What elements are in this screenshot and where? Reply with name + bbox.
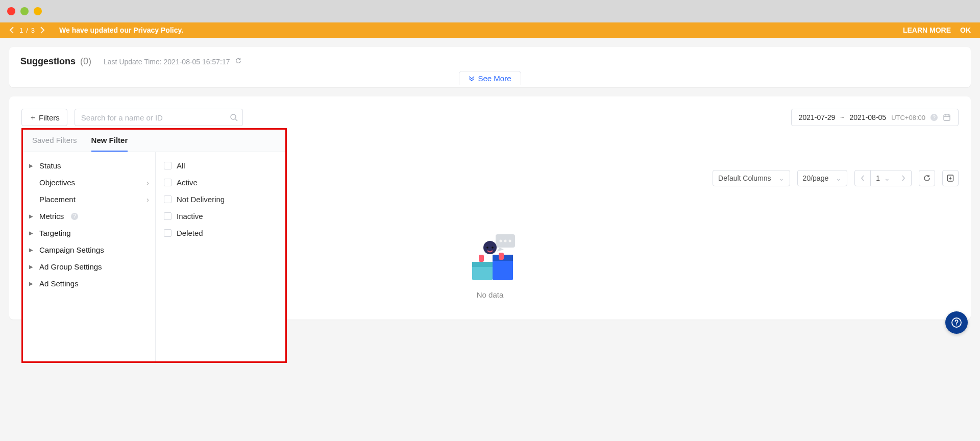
help-fab[interactable]: [945, 311, 968, 334]
chevron-down-icon: ⌄: [836, 174, 842, 182]
checkbox[interactable]: [164, 195, 172, 203]
notice-prev-icon[interactable]: [9, 27, 14, 34]
filters-button[interactable]: ＋ Filters: [21, 109, 67, 126]
caret-right-icon: ▶: [29, 213, 35, 219]
per-page-label: 20/page: [803, 174, 829, 182]
filter-categories: ▶ Status Objectives › Placement › ▶ Metr…: [23, 152, 156, 361]
chevron-down-icon: ⌄: [778, 174, 785, 182]
svg-rect-15: [499, 253, 504, 260]
filter-panel: Saved Filters New Filter ▶ Status Object…: [21, 128, 287, 363]
suggestions-count: (0): [80, 56, 91, 66]
last-update-text: Last Update Time: 2021-08-05 16:57:17: [104, 57, 242, 66]
maximize-window-button[interactable]: [34, 7, 42, 15]
notice-page-sep: /: [26, 27, 28, 34]
columns-select-label: Default Columns: [718, 174, 771, 182]
columns-select[interactable]: Default Columns ⌄: [713, 170, 790, 186]
svg-point-0: [231, 114, 236, 119]
no-data-text: No data: [477, 290, 504, 299]
metrics-help-icon[interactable]: ?: [71, 213, 78, 220]
checkbox[interactable]: [164, 229, 172, 237]
suggestions-card: Suggestions (0) Last Update Time: 2021-0…: [9, 47, 971, 87]
caret-right-icon: ▶: [29, 281, 35, 286]
window-titlebar: [0, 0, 980, 22]
category-targeting[interactable]: ▶ Targeting: [26, 225, 152, 241]
svg-rect-8: [472, 262, 493, 267]
main-card: ＋ Filters 2021-07-29 ~ 2021-08-05 UTC+08…: [9, 96, 971, 320]
pager-next-button[interactable]: [895, 170, 912, 186]
notice-page-indicator: 1 / 3: [19, 27, 35, 34]
option-all[interactable]: All: [163, 157, 278, 174]
chevron-down-icon: ⌄: [884, 174, 890, 182]
notice-page-total: 3: [31, 27, 35, 34]
see-more-button[interactable]: See More: [459, 71, 521, 85]
category-placement[interactable]: Placement ›: [26, 191, 152, 208]
no-data-illustration: [462, 232, 518, 283]
timezone-help-icon[interactable]: ?: [930, 114, 938, 121]
svg-point-13: [492, 247, 494, 249]
close-window-button[interactable]: [7, 7, 15, 15]
search-icon[interactable]: [230, 113, 238, 121]
svg-point-17: [956, 325, 957, 326]
category-campaign-settings[interactable]: ▶ Campaign Settings: [26, 241, 152, 258]
notice-ok-button[interactable]: OK: [960, 26, 971, 34]
option-active[interactable]: Active: [163, 174, 278, 191]
svg-point-6: [509, 240, 511, 242]
search-input[interactable]: [75, 109, 243, 126]
category-objectives[interactable]: Objectives ›: [26, 174, 152, 191]
notice-message: We have updated our Privacy Policy.: [59, 26, 183, 34]
tab-saved-filters[interactable]: Saved Filters: [32, 130, 77, 152]
option-inactive[interactable]: Inactive: [163, 208, 278, 225]
category-ad-settings[interactable]: ▶ Ad Settings: [26, 275, 152, 292]
pager-prev-button[interactable]: [854, 170, 871, 186]
tab-new-filter[interactable]: New Filter: [91, 130, 128, 152]
caret-right-icon: ▶: [29, 163, 35, 168]
pager-page-input[interactable]: 1 ⌄: [871, 170, 895, 186]
checkbox[interactable]: [164, 162, 172, 169]
svg-point-4: [500, 240, 502, 242]
learn-more-link[interactable]: LEARN MORE: [903, 26, 951, 34]
svg-rect-1: [944, 115, 950, 120]
date-from: 2021-07-29: [799, 113, 836, 121]
category-ad-group-settings[interactable]: ▶ Ad Group Settings: [26, 258, 152, 275]
svg-point-12: [486, 247, 488, 249]
category-status[interactable]: ▶ Status: [26, 157, 152, 174]
timezone-label: UTC+08:00: [891, 114, 925, 121]
notice-page-current: 1: [19, 27, 23, 34]
svg-point-5: [504, 240, 507, 242]
refresh-button[interactable]: [919, 170, 935, 186]
plus-icon: ＋: [29, 113, 37, 122]
chevron-double-down-icon: [469, 76, 475, 81]
notice-next-icon[interactable]: [40, 27, 45, 34]
per-page-select[interactable]: 20/page ⌄: [797, 170, 848, 186]
date-sep: ~: [840, 113, 844, 121]
export-button[interactable]: [942, 170, 959, 186]
checkbox[interactable]: [164, 212, 172, 220]
refresh-suggestions-icon[interactable]: [235, 57, 242, 64]
checkbox[interactable]: [164, 179, 172, 186]
filters-button-label: Filters: [39, 113, 60, 122]
notice-bar: 1 / 3 We have updated our Privacy Policy…: [0, 22, 980, 38]
help-icon: [951, 317, 962, 328]
chevron-right-icon: ›: [146, 195, 149, 204]
suggestions-title: Suggestions (0): [20, 56, 91, 67]
caret-right-icon: ▶: [29, 247, 35, 253]
minimize-window-button[interactable]: [20, 7, 29, 15]
option-deleted[interactable]: Deleted: [163, 225, 278, 241]
calendar-icon: [943, 113, 951, 121]
filter-options: All Active Not Delivering Inactive Delet…: [156, 152, 285, 361]
pager: 1 ⌄: [854, 170, 912, 186]
date-range-picker[interactable]: 2021-07-29 ~ 2021-08-05 UTC+08:00 ?: [791, 109, 959, 126]
date-to: 2021-08-05: [850, 113, 887, 121]
svg-rect-14: [479, 255, 484, 262]
caret-right-icon: ▶: [29, 230, 35, 236]
option-not-delivering[interactable]: Not Delivering: [163, 191, 278, 208]
category-metrics[interactable]: ▶ Metrics ?: [26, 208, 152, 225]
see-more-label: See More: [478, 74, 511, 83]
chevron-right-icon: ›: [146, 178, 149, 187]
caret-right-icon: ▶: [29, 264, 35, 270]
